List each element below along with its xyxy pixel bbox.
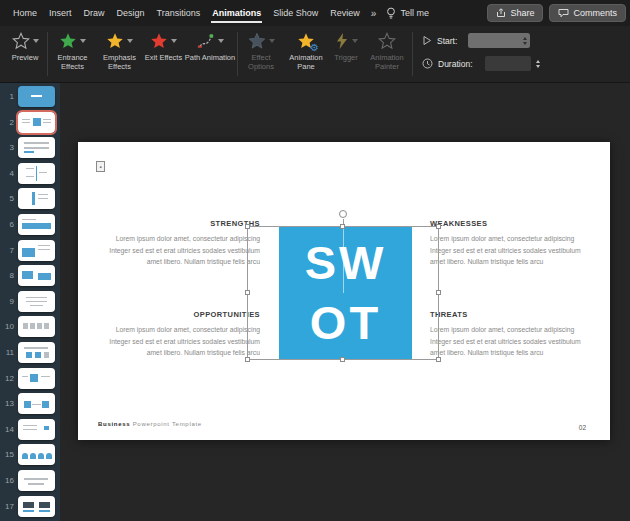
animations-ribbon: Preview Entrance Effects Emphasis Effect… bbox=[0, 26, 630, 83]
chevron-down-icon bbox=[33, 39, 39, 43]
slide-thumbnail-9[interactable] bbox=[18, 291, 55, 312]
slide-thumbnail-16[interactable] bbox=[18, 470, 55, 491]
opportunities-textbox[interactable]: OPPORTUNITIES Lorem ipsum dolor amet, co… bbox=[106, 310, 260, 359]
slide-thumbnail-8[interactable] bbox=[18, 265, 55, 286]
editing-canvas: ▪ STRENGTHS Lorem ipsum dolor amet, cons… bbox=[60, 83, 630, 521]
slide-number: 10 bbox=[0, 322, 14, 331]
emphasis-effects-button[interactable]: Emphasis Effects bbox=[96, 26, 143, 82]
slide-number: 12 bbox=[0, 374, 14, 383]
preview-button[interactable]: Preview bbox=[4, 26, 46, 82]
slide-number: 11 bbox=[0, 348, 14, 357]
slide-thumbnail-15[interactable] bbox=[18, 444, 55, 465]
slide-thumbnail-6[interactable] bbox=[18, 214, 55, 235]
slide-row-1: 1 bbox=[0, 86, 60, 107]
gear-icon: ⚙ bbox=[310, 43, 319, 53]
slide-number: 8 bbox=[0, 271, 14, 280]
share-icon bbox=[496, 8, 506, 18]
shape-selection-box[interactable] bbox=[247, 226, 439, 360]
stepper-icon[interactable] bbox=[536, 60, 540, 68]
slide-row-5: 5 bbox=[0, 188, 60, 209]
trigger-button: Trigger bbox=[329, 26, 363, 82]
weaknesses-textbox[interactable]: WEAKNESSES Lorem ipsum dolor amet, conse… bbox=[430, 219, 606, 268]
opportunities-line: amet libero. Nullam tristique felis arcu bbox=[106, 347, 260, 359]
effect-options-label: Effect Options bbox=[239, 54, 283, 71]
clock-icon bbox=[422, 58, 433, 69]
chevron-down-icon bbox=[218, 39, 224, 43]
start-label: Start: bbox=[437, 36, 463, 46]
slide-number: 15 bbox=[0, 450, 14, 459]
duration-label: Duration: bbox=[438, 59, 480, 69]
animation-painter-button: Animation Painter bbox=[363, 26, 411, 82]
slide-thumbnail-14[interactable] bbox=[18, 419, 55, 440]
path-animation-button[interactable]: Path Animation bbox=[184, 26, 236, 82]
duration-input[interactable] bbox=[485, 56, 531, 71]
slide-row-3: 3 bbox=[0, 137, 60, 158]
slide-number: 6 bbox=[0, 220, 14, 229]
menu-home[interactable]: Home bbox=[12, 4, 38, 23]
tell-me-label: Tell me bbox=[400, 8, 429, 18]
star-outline-icon bbox=[12, 32, 30, 50]
resize-handle-mid-right[interactable] bbox=[436, 290, 441, 295]
menu-overflow-chevron-icon[interactable]: » bbox=[371, 8, 377, 19]
lightning-icon bbox=[335, 32, 349, 50]
menu-slide-show[interactable]: Slide Show bbox=[272, 4, 319, 23]
animation-pane-button[interactable]: ⚙ Animation Pane bbox=[283, 26, 329, 82]
emphasis-effects-label: Emphasis Effects bbox=[96, 54, 143, 71]
slide-thumbnail-13[interactable] bbox=[18, 393, 55, 414]
slide-row-2: 2 bbox=[0, 112, 60, 133]
menu-animations[interactable]: Animations bbox=[211, 4, 262, 23]
entrance-effects-button[interactable]: Entrance Effects bbox=[49, 26, 96, 82]
slide-2-canvas[interactable]: ▪ STRENGTHS Lorem ipsum dolor amet, cons… bbox=[78, 142, 610, 440]
resize-handle-top-left[interactable] bbox=[245, 224, 250, 229]
slide-thumbnail-4[interactable] bbox=[18, 163, 55, 184]
resize-handle-mid-left[interactable] bbox=[245, 290, 250, 295]
menu-review[interactable]: Review bbox=[329, 4, 361, 23]
resize-handle-bottom-center[interactable] bbox=[340, 357, 345, 362]
animation-painter-label: Animation Painter bbox=[363, 54, 411, 71]
opportunities-line: Integer sed est et erat ultricies sodale… bbox=[106, 336, 260, 348]
slide-thumbnail-3[interactable] bbox=[18, 137, 55, 158]
share-button[interactable]: Share bbox=[487, 4, 543, 22]
resize-handle-bottom-right[interactable] bbox=[436, 357, 441, 362]
menu-insert[interactable]: Insert bbox=[48, 4, 73, 23]
resize-handle-top-right[interactable] bbox=[436, 224, 441, 229]
slide-thumbnail-5[interactable] bbox=[18, 188, 55, 209]
menu-draw[interactable]: Draw bbox=[83, 4, 106, 23]
emphasis-star-icon bbox=[106, 32, 124, 50]
slide-row-8: 8 bbox=[0, 265, 60, 286]
slide-footer-text[interactable]: Business Powerpoint Template bbox=[98, 421, 202, 427]
rotation-handle-icon[interactable] bbox=[339, 210, 347, 218]
threats-line: Lorem ipsum dolor amet, consectetur adip… bbox=[430, 324, 606, 336]
menu-design[interactable]: Design bbox=[116, 4, 146, 23]
slide-thumbnail-2-selected[interactable] bbox=[18, 112, 55, 133]
slide-page-number[interactable]: 02 bbox=[579, 424, 586, 431]
start-dropdown[interactable] bbox=[468, 33, 530, 48]
slide-thumbnail-1[interactable] bbox=[18, 86, 55, 107]
slide-thumbnail-7[interactable] bbox=[18, 240, 55, 261]
strengths-textbox[interactable]: STRENGTHS Lorem ipsum dolor amet, consec… bbox=[106, 219, 260, 268]
tell-me[interactable]: Tell me bbox=[386, 7, 429, 20]
selection-center-guide bbox=[343, 229, 344, 293]
animation-painter-star-icon bbox=[378, 32, 396, 50]
slide-thumbnail-17[interactable] bbox=[18, 496, 55, 517]
slide-number: 7 bbox=[0, 246, 14, 255]
share-label: Share bbox=[510, 8, 534, 18]
comments-button[interactable]: Comments bbox=[549, 4, 626, 22]
slide-row-7: 7 bbox=[0, 240, 60, 261]
animation-pane-label: Animation Pane bbox=[283, 54, 329, 71]
slide-thumbnail-11[interactable] bbox=[18, 342, 55, 363]
image-placeholder-icon[interactable]: ▪ bbox=[96, 161, 105, 172]
slide-thumbnail-12[interactable] bbox=[18, 368, 55, 389]
resize-handle-bottom-left[interactable] bbox=[245, 357, 250, 362]
strengths-line: amet libero. Nullam tristique felis arcu bbox=[106, 256, 260, 268]
strengths-line: Integer sed est et erat ultricies sodale… bbox=[106, 245, 260, 257]
slide-thumbnail-10[interactable] bbox=[18, 316, 55, 337]
threats-textbox[interactable]: THREATS Lorem ipsum dolor amet, consecte… bbox=[430, 310, 606, 359]
slide-row-9: 9 bbox=[0, 291, 60, 312]
resize-handle-top-center[interactable] bbox=[340, 224, 345, 229]
stepper-icon[interactable] bbox=[523, 37, 527, 45]
ribbon-divider bbox=[47, 32, 48, 76]
menu-transitions[interactable]: Transitions bbox=[156, 4, 202, 23]
slide-row-4: 4 bbox=[0, 163, 60, 184]
exit-effects-button[interactable]: Exit Effects bbox=[143, 26, 184, 82]
